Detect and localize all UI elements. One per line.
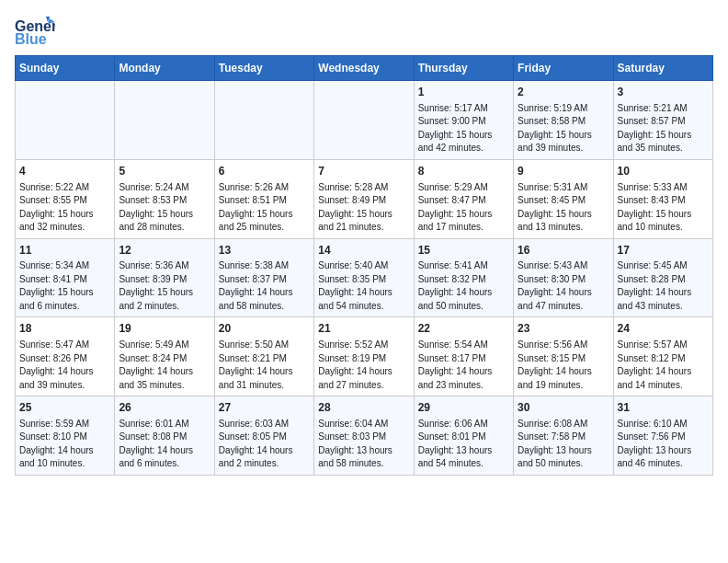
- day-info: Sunrise: 5:19 AM Sunset: 8:58 PM Dayligh…: [518, 102, 609, 155]
- header-friday: Friday: [514, 56, 613, 81]
- calendar-cell: 12Sunrise: 5:36 AM Sunset: 8:39 PM Dayli…: [115, 238, 214, 317]
- day-number: 28: [318, 400, 409, 416]
- day-number: 17: [618, 243, 709, 259]
- calendar-cell: 2Sunrise: 5:19 AM Sunset: 8:58 PM Daylig…: [514, 81, 613, 160]
- calendar-cell: 6Sunrise: 5:26 AM Sunset: 8:51 PM Daylig…: [214, 159, 313, 238]
- day-number: 18: [19, 321, 110, 337]
- day-info: Sunrise: 6:03 AM Sunset: 8:05 PM Dayligh…: [219, 418, 310, 471]
- day-info: Sunrise: 6:06 AM Sunset: 8:01 PM Dayligh…: [418, 418, 509, 471]
- day-number: 30: [518, 400, 609, 416]
- day-info: Sunrise: 5:59 AM Sunset: 8:10 PM Dayligh…: [19, 418, 110, 471]
- header-monday: Monday: [115, 56, 214, 81]
- day-number: 9: [518, 164, 609, 179]
- day-number: 7: [318, 164, 409, 179]
- day-number: 14: [318, 243, 409, 259]
- calendar-cell: 27Sunrise: 6:03 AM Sunset: 8:05 PM Dayli…: [214, 396, 313, 476]
- calendar-cell: 29Sunrise: 6:06 AM Sunset: 8:01 PM Dayli…: [414, 396, 513, 476]
- day-number: 22: [418, 321, 509, 337]
- calendar-cell: 1Sunrise: 5:17 AM Sunset: 9:00 PM Daylig…: [414, 81, 513, 160]
- day-info: Sunrise: 5:49 AM Sunset: 8:24 PM Dayligh…: [119, 339, 210, 392]
- day-info: Sunrise: 5:43 AM Sunset: 8:30 PM Dayligh…: [518, 259, 609, 313]
- calendar-cell: [314, 81, 414, 160]
- day-info: Sunrise: 5:26 AM Sunset: 8:51 PM Dayligh…: [219, 181, 310, 235]
- day-info: Sunrise: 5:40 AM Sunset: 8:35 PM Dayligh…: [318, 259, 409, 313]
- header-saturday: Saturday: [613, 56, 712, 81]
- day-number: 3: [618, 85, 709, 100]
- calendar-cell: 19Sunrise: 5:49 AM Sunset: 8:24 PM Dayli…: [115, 317, 214, 396]
- day-number: 21: [318, 321, 409, 337]
- calendar-cell: 23Sunrise: 5:56 AM Sunset: 8:15 PM Dayli…: [514, 317, 613, 396]
- day-number: 23: [518, 321, 609, 337]
- day-info: Sunrise: 5:54 AM Sunset: 8:17 PM Dayligh…: [418, 339, 509, 392]
- day-number: 13: [219, 243, 310, 259]
- day-info: Sunrise: 5:45 AM Sunset: 8:28 PM Dayligh…: [618, 259, 709, 313]
- day-number: 6: [219, 164, 310, 179]
- calendar-cell: 11Sunrise: 5:34 AM Sunset: 8:41 PM Dayli…: [16, 238, 115, 317]
- day-info: Sunrise: 5:57 AM Sunset: 8:12 PM Dayligh…: [618, 339, 709, 392]
- day-info: Sunrise: 5:38 AM Sunset: 8:37 PM Dayligh…: [219, 259, 310, 313]
- calendar-cell: 16Sunrise: 5:43 AM Sunset: 8:30 PM Dayli…: [514, 238, 613, 317]
- calendar-cell: 21Sunrise: 5:52 AM Sunset: 8:19 PM Dayli…: [314, 317, 414, 396]
- day-number: 11: [19, 243, 110, 259]
- day-info: Sunrise: 5:31 AM Sunset: 8:45 PM Dayligh…: [518, 181, 609, 235]
- calendar-table: SundayMondayTuesdayWednesdayThursdayFrid…: [15, 55, 713, 476]
- calendar-cell: [16, 81, 115, 160]
- day-number: 16: [518, 243, 609, 259]
- header-sunday: Sunday: [16, 56, 115, 81]
- calendar-cell: 20Sunrise: 5:50 AM Sunset: 8:21 PM Dayli…: [214, 317, 313, 396]
- calendar-week-row: 18Sunrise: 5:47 AM Sunset: 8:26 PM Dayli…: [16, 317, 713, 396]
- day-number: 27: [219, 400, 310, 416]
- day-number: 29: [418, 400, 509, 416]
- page-header: General Blue: [15, 15, 713, 48]
- header-tuesday: Tuesday: [214, 56, 313, 81]
- day-number: 31: [618, 400, 709, 416]
- day-info: Sunrise: 5:28 AM Sunset: 8:49 PM Dayligh…: [318, 181, 409, 235]
- day-number: 15: [418, 243, 509, 259]
- day-number: 26: [119, 400, 210, 416]
- day-info: Sunrise: 5:47 AM Sunset: 8:26 PM Dayligh…: [19, 339, 110, 392]
- calendar-cell: 14Sunrise: 5:40 AM Sunset: 8:35 PM Dayli…: [314, 238, 414, 317]
- logo: General Blue: [15, 15, 55, 48]
- day-number: 12: [119, 243, 210, 259]
- calendar-cell: 13Sunrise: 5:38 AM Sunset: 8:37 PM Dayli…: [214, 238, 313, 317]
- calendar-cell: 30Sunrise: 6:08 AM Sunset: 7:58 PM Dayli…: [514, 396, 613, 476]
- calendar-cell: 5Sunrise: 5:24 AM Sunset: 8:53 PM Daylig…: [115, 159, 214, 238]
- calendar-week-row: 25Sunrise: 5:59 AM Sunset: 8:10 PM Dayli…: [16, 396, 713, 476]
- day-info: Sunrise: 5:24 AM Sunset: 8:53 PM Dayligh…: [119, 181, 210, 235]
- calendar-cell: 10Sunrise: 5:33 AM Sunset: 8:43 PM Dayli…: [613, 159, 712, 238]
- day-number: 19: [119, 321, 210, 337]
- calendar-cell: 24Sunrise: 5:57 AM Sunset: 8:12 PM Dayli…: [613, 317, 712, 396]
- calendar-cell: 26Sunrise: 6:01 AM Sunset: 8:08 PM Dayli…: [115, 396, 214, 476]
- day-info: Sunrise: 6:08 AM Sunset: 7:58 PM Dayligh…: [518, 418, 609, 471]
- day-info: Sunrise: 6:10 AM Sunset: 7:56 PM Dayligh…: [618, 418, 709, 471]
- day-number: 5: [119, 164, 210, 179]
- day-info: Sunrise: 5:29 AM Sunset: 8:47 PM Dayligh…: [418, 181, 509, 235]
- day-info: Sunrise: 5:33 AM Sunset: 8:43 PM Dayligh…: [618, 181, 709, 235]
- day-info: Sunrise: 5:50 AM Sunset: 8:21 PM Dayligh…: [219, 339, 310, 392]
- day-info: Sunrise: 6:04 AM Sunset: 8:03 PM Dayligh…: [318, 418, 409, 471]
- calendar-week-row: 4Sunrise: 5:22 AM Sunset: 8:55 PM Daylig…: [16, 159, 713, 238]
- calendar-cell: 18Sunrise: 5:47 AM Sunset: 8:26 PM Dayli…: [16, 317, 115, 396]
- calendar-week-row: 11Sunrise: 5:34 AM Sunset: 8:41 PM Dayli…: [16, 238, 713, 317]
- calendar-cell: 8Sunrise: 5:29 AM Sunset: 8:47 PM Daylig…: [414, 159, 513, 238]
- calendar-cell: 9Sunrise: 5:31 AM Sunset: 8:45 PM Daylig…: [514, 159, 613, 238]
- day-number: 2: [518, 85, 609, 100]
- calendar-cell: 28Sunrise: 6:04 AM Sunset: 8:03 PM Dayli…: [314, 396, 414, 476]
- calendar-cell: 25Sunrise: 5:59 AM Sunset: 8:10 PM Dayli…: [16, 396, 115, 476]
- header-thursday: Thursday: [414, 56, 513, 81]
- day-number: 1: [418, 85, 509, 100]
- header-wednesday: Wednesday: [314, 56, 414, 81]
- logo-icon: General Blue: [15, 15, 55, 48]
- calendar-cell: 3Sunrise: 5:21 AM Sunset: 8:57 PM Daylig…: [613, 81, 712, 160]
- day-info: Sunrise: 5:52 AM Sunset: 8:19 PM Dayligh…: [318, 339, 409, 392]
- calendar-cell: 4Sunrise: 5:22 AM Sunset: 8:55 PM Daylig…: [16, 159, 115, 238]
- calendar-week-row: 1Sunrise: 5:17 AM Sunset: 9:00 PM Daylig…: [16, 81, 713, 160]
- day-number: 10: [618, 164, 709, 179]
- calendar-cell: 15Sunrise: 5:41 AM Sunset: 8:32 PM Dayli…: [414, 238, 513, 317]
- calendar-cell: [115, 81, 214, 160]
- day-info: Sunrise: 5:17 AM Sunset: 9:00 PM Dayligh…: [418, 102, 509, 155]
- day-number: 20: [219, 321, 310, 337]
- day-number: 8: [418, 164, 509, 179]
- calendar-cell: 22Sunrise: 5:54 AM Sunset: 8:17 PM Dayli…: [414, 317, 513, 396]
- day-number: 25: [19, 400, 110, 416]
